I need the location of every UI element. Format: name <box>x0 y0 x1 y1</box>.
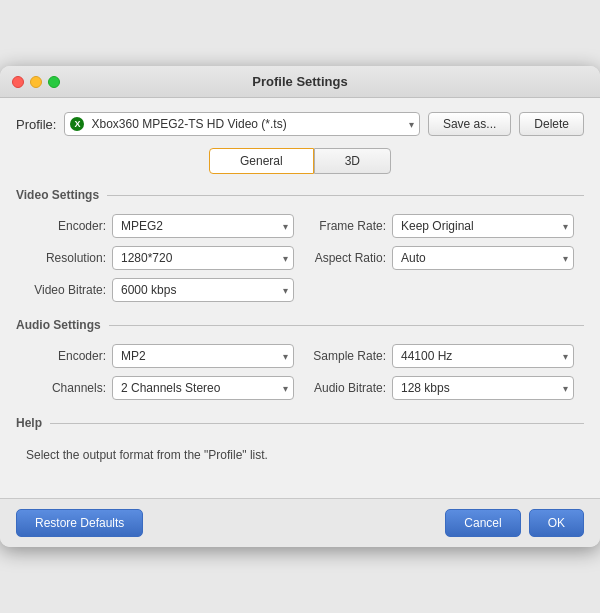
aspect-ratio-select[interactable]: Auto <box>392 246 574 270</box>
video-settings-divider: Video Settings <box>16 188 584 202</box>
minimize-button[interactable] <box>30 76 42 88</box>
audio-right-col: Sample Rate: 44100 Hz ▾ Audio Bitrate: <box>306 344 574 400</box>
frame-rate-row: Frame Rate: Keep Original ▾ <box>306 214 574 238</box>
aspect-ratio-row: Aspect Ratio: Auto ▾ <box>306 246 574 270</box>
titlebar: Profile Settings <box>0 66 600 98</box>
resolution-label: Resolution: <box>26 251 106 265</box>
ok-button[interactable]: OK <box>529 509 584 537</box>
profile-select-wrapper: Xbox360 MPEG2-TS HD Video (*.ts) ▾ <box>64 112 419 136</box>
sample-rate-select[interactable]: 44100 Hz <box>392 344 574 368</box>
audio-settings-title: Audio Settings <box>16 318 101 332</box>
video-settings-section: Video Settings Encoder: MPEG2 ▾ <box>16 188 584 302</box>
maximize-button[interactable] <box>48 76 60 88</box>
audio-encoder-select[interactable]: MP2 <box>112 344 294 368</box>
main-content: Profile: Xbox360 MPEG2-TS HD Video (*.ts… <box>0 98 600 498</box>
profile-select[interactable]: Xbox360 MPEG2-TS HD Video (*.ts) <box>64 112 419 136</box>
video-left-col: Encoder: MPEG2 ▾ Resolution: <box>26 214 294 302</box>
resolution-select-wrapper: 1280*720 ▾ <box>112 246 294 270</box>
help-divider-line <box>50 423 584 424</box>
sample-rate-label: Sample Rate: <box>306 349 386 363</box>
encoder-select-wrapper: MPEG2 ▾ <box>112 214 294 238</box>
sample-rate-select-wrapper: 44100 Hz ▾ <box>392 344 574 368</box>
help-text: Select the output format from the "Profi… <box>16 442 584 468</box>
frame-rate-label: Frame Rate: <box>306 219 386 233</box>
frame-rate-select[interactable]: Keep Original <box>392 214 574 238</box>
restore-defaults-button[interactable]: Restore Defaults <box>16 509 143 537</box>
audio-bitrate-row: Audio Bitrate: 128 kbps ▾ <box>306 376 574 400</box>
encoder-row: Encoder: MPEG2 ▾ <box>26 214 294 238</box>
aspect-ratio-select-wrapper: Auto ▾ <box>392 246 574 270</box>
profile-label: Profile: <box>16 117 56 132</box>
channels-row: Channels: 2 Channels Stereo ▾ <box>26 376 294 400</box>
tab-general[interactable]: General <box>209 148 314 174</box>
help-divider: Help <box>16 416 584 430</box>
channels-select-wrapper: 2 Channels Stereo ▾ <box>112 376 294 400</box>
audio-divider-line <box>109 325 584 326</box>
audio-encoder-label: Encoder: <box>26 349 106 363</box>
channels-select[interactable]: 2 Channels Stereo <box>112 376 294 400</box>
video-bitrate-select-wrapper: 6000 kbps ▾ <box>112 278 294 302</box>
channels-label: Channels: <box>26 381 106 395</box>
xbox-icon <box>70 117 84 131</box>
video-settings-grid: Encoder: MPEG2 ▾ Resolution: <box>16 214 584 302</box>
tabs-row: General 3D <box>16 148 584 174</box>
video-settings-title: Video Settings <box>16 188 99 202</box>
audio-bitrate-select-wrapper: 128 kbps ▾ <box>392 376 574 400</box>
audio-encoder-row: Encoder: MP2 ▾ <box>26 344 294 368</box>
audio-settings-section: Audio Settings Encoder: MP2 ▾ <box>16 318 584 400</box>
video-divider-line <box>107 195 584 196</box>
bottom-right-buttons: Cancel OK <box>445 509 584 537</box>
help-title: Help <box>16 416 42 430</box>
video-right-col: Frame Rate: Keep Original ▾ Aspect Ratio… <box>306 214 574 302</box>
window-title: Profile Settings <box>252 74 347 89</box>
resolution-row: Resolution: 1280*720 ▾ <box>26 246 294 270</box>
close-button[interactable] <box>12 76 24 88</box>
save-as-button[interactable]: Save as... <box>428 112 511 136</box>
profile-settings-window: Profile Settings Profile: Xbox360 MPEG2-… <box>0 66 600 547</box>
audio-bitrate-label: Audio Bitrate: <box>306 381 386 395</box>
video-bitrate-select[interactable]: 6000 kbps <box>112 278 294 302</box>
help-section: Help Select the output format from the "… <box>16 416 584 468</box>
cancel-button[interactable]: Cancel <box>445 509 520 537</box>
delete-button[interactable]: Delete <box>519 112 584 136</box>
resolution-select[interactable]: 1280*720 <box>112 246 294 270</box>
frame-rate-select-wrapper: Keep Original ▾ <box>392 214 574 238</box>
encoder-label: Encoder: <box>26 219 106 233</box>
audio-settings-divider: Audio Settings <box>16 318 584 332</box>
aspect-ratio-label: Aspect Ratio: <box>306 251 386 265</box>
encoder-select[interactable]: MPEG2 <box>112 214 294 238</box>
tab-3d[interactable]: 3D <box>314 148 391 174</box>
profile-row: Profile: Xbox360 MPEG2-TS HD Video (*.ts… <box>16 112 584 136</box>
audio-settings-grid: Encoder: MP2 ▾ Channels: <box>16 344 584 400</box>
bottom-bar: Restore Defaults Cancel OK <box>0 498 600 547</box>
traffic-lights <box>12 76 60 88</box>
audio-encoder-select-wrapper: MP2 ▾ <box>112 344 294 368</box>
video-bitrate-row: Video Bitrate: 6000 kbps ▾ <box>26 278 294 302</box>
audio-left-col: Encoder: MP2 ▾ Channels: <box>26 344 294 400</box>
video-bitrate-label: Video Bitrate: <box>26 283 106 297</box>
sample-rate-row: Sample Rate: 44100 Hz ▾ <box>306 344 574 368</box>
audio-bitrate-select[interactable]: 128 kbps <box>392 376 574 400</box>
